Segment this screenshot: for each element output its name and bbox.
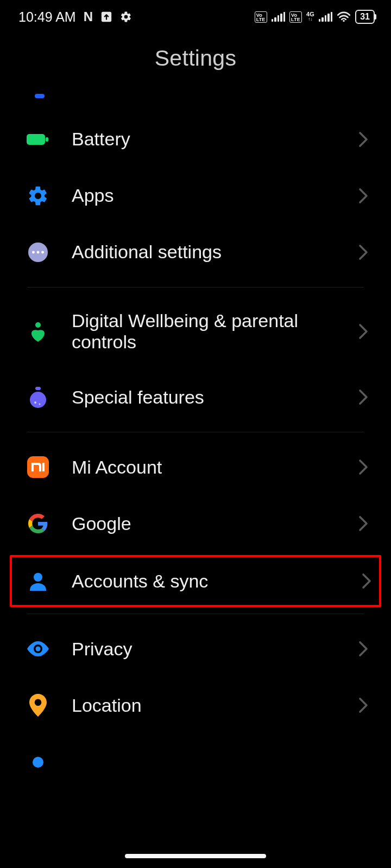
more-dots-icon — [26, 240, 50, 264]
settings-list: Battery Apps Additional settings Digital… — [0, 111, 391, 776]
home-indicator[interactable] — [125, 854, 266, 858]
row-peek-next[interactable] — [0, 733, 391, 776]
row-additional-settings[interactable]: Additional settings — [0, 224, 391, 280]
svg-point-5 — [32, 251, 35, 254]
row-location-label: Location — [50, 695, 358, 716]
row-digital-wellbeing-label: Digital Wellbeing & parental controls — [50, 310, 358, 353]
divider — [27, 614, 364, 614]
row-privacy[interactable]: Privacy — [0, 621, 391, 677]
row-accounts-sync-label: Accounts & sync — [50, 571, 362, 592]
person-icon — [26, 569, 50, 593]
chevron-right-icon — [358, 459, 376, 475]
row-additional-settings-label: Additional settings — [50, 241, 358, 263]
flask-icon — [26, 385, 50, 409]
svg-point-7 — [41, 251, 44, 254]
volte-badge-icon: VoLTE — [255, 11, 267, 23]
row-google[interactable]: Google — [0, 495, 391, 552]
svg-point-12 — [39, 404, 41, 405]
services-icon — [26, 757, 50, 768]
row-google-label: Google — [50, 513, 358, 534]
signal-bars-icon — [272, 12, 286, 22]
chevron-right-icon — [358, 131, 376, 148]
row-battery[interactable]: Battery — [0, 111, 391, 168]
chevron-right-icon — [358, 697, 376, 713]
svg-rect-9 — [35, 387, 41, 390]
row-special-features[interactable]: Special features — [0, 369, 391, 425]
notification-app-icon: N — [84, 9, 93, 24]
row-mi-account[interactable]: Mi Account — [0, 439, 391, 495]
google-logo-icon — [26, 512, 50, 535]
chevron-right-icon — [358, 188, 376, 204]
svg-point-8 — [35, 322, 41, 328]
apps-gear-icon — [26, 184, 50, 208]
chevron-right-icon — [358, 515, 376, 532]
clipped-row — [29, 81, 362, 106]
wifi-icon — [337, 11, 351, 23]
battery-percent: 31 — [360, 12, 370, 22]
battery-icon — [26, 127, 50, 151]
row-location[interactable]: Location — [0, 677, 391, 733]
chevron-right-icon — [358, 641, 376, 657]
signal-bars-icon — [319, 12, 333, 22]
svg-rect-3 — [46, 137, 48, 142]
row-digital-wellbeing[interactable]: Digital Wellbeing & parental controls — [0, 294, 391, 369]
row-privacy-label: Privacy — [50, 639, 358, 660]
svg-point-1 — [343, 20, 344, 22]
chevron-right-icon — [362, 573, 376, 589]
page-title: Settings — [0, 34, 391, 81]
row-mi-account-label: Mi Account — [50, 457, 358, 478]
svg-rect-2 — [27, 134, 45, 145]
row-battery-label: Battery — [50, 129, 358, 150]
svg-point-14 — [34, 573, 42, 582]
status-bar-right: VoLTE VoLTE 4G↑↓ 31 — [255, 10, 375, 24]
svg-point-15 — [36, 647, 41, 652]
svg-rect-13 — [27, 456, 49, 478]
status-bar-left: 10:49 AM N — [18, 9, 132, 25]
network-4g-icon: 4G↑↓ — [306, 11, 314, 22]
row-apps-label: Apps — [50, 185, 358, 206]
location-pin-icon — [26, 693, 50, 717]
divider — [27, 432, 364, 432]
status-time: 10:49 AM — [18, 9, 76, 25]
svg-point-10 — [30, 392, 46, 408]
upload-icon — [100, 11, 112, 23]
svg-point-16 — [33, 757, 43, 768]
row-apps[interactable]: Apps — [0, 168, 391, 224]
eye-icon — [26, 637, 50, 661]
battery-indicator: 31 — [355, 10, 375, 24]
svg-point-6 — [37, 251, 40, 254]
status-bar: 10:49 AM N VoLTE VoLTE 4G↑↓ 31 — [0, 0, 391, 34]
svg-point-11 — [34, 401, 36, 404]
settings-gear-icon — [120, 11, 132, 23]
row-accounts-sync[interactable]: Accounts & sync — [10, 555, 381, 607]
row-special-features-label: Special features — [50, 387, 358, 408]
chevron-right-icon — [358, 244, 376, 260]
chevron-right-icon — [358, 389, 376, 405]
mi-logo-icon — [26, 455, 50, 479]
wellbeing-icon — [26, 320, 50, 343]
chevron-right-icon — [358, 323, 376, 340]
volte-badge-icon: VoLTE — [289, 11, 302, 23]
divider — [27, 287, 364, 288]
